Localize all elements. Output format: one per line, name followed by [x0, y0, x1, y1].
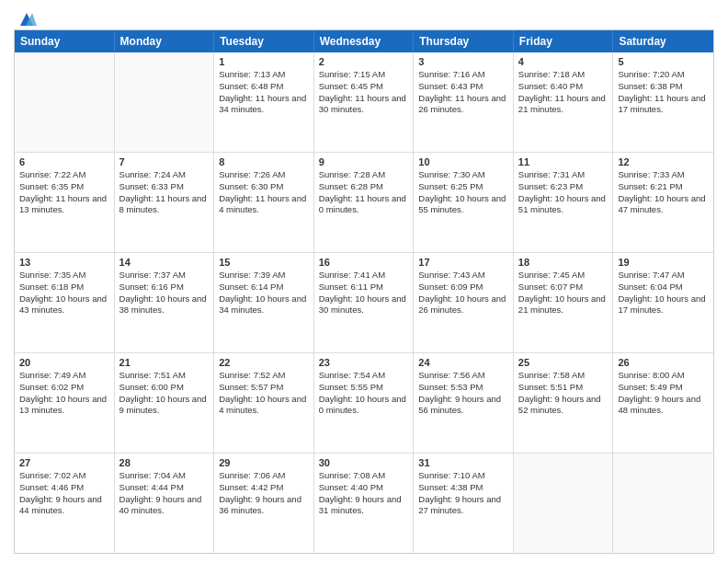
day-info: Sunrise: 7:08 AMSunset: 4:40 PMDaylight:… [319, 470, 409, 517]
day-info: Sunrise: 7:18 AMSunset: 6:40 PMDaylight:… [518, 69, 609, 116]
table-row: 11Sunrise: 7:31 AMSunset: 6:23 PMDayligh… [514, 153, 614, 252]
table-row: 23Sunrise: 7:54 AMSunset: 5:55 PMDayligh… [314, 353, 415, 453]
day-info: Sunrise: 7:22 AMSunset: 6:35 PMDaylight:… [19, 169, 109, 216]
day-number: 22 [219, 357, 309, 368]
day-number: 28 [119, 457, 210, 468]
header-sunday: Sunday [15, 30, 115, 52]
day-number: 3 [418, 56, 508, 67]
day-info: Sunrise: 7:56 AMSunset: 5:53 PMDaylight:… [418, 370, 508, 417]
table-row: 31Sunrise: 7:10 AMSunset: 4:38 PMDayligh… [414, 454, 514, 553]
table-row: 15Sunrise: 7:39 AMSunset: 6:14 PMDayligh… [214, 253, 314, 352]
day-info: Sunrise: 7:02 AMSunset: 4:46 PMDaylight:… [19, 470, 109, 517]
table-row: 6Sunrise: 7:22 AMSunset: 6:35 PMDaylight… [15, 153, 115, 252]
day-info: Sunrise: 8:00 AMSunset: 5:49 PMDaylight:… [618, 370, 709, 417]
day-number: 25 [518, 357, 609, 368]
table-row: 9Sunrise: 7:28 AMSunset: 6:28 PMDaylight… [314, 153, 415, 252]
day-info: Sunrise: 7:30 AMSunset: 6:25 PMDaylight:… [418, 169, 508, 216]
table-row: 2Sunrise: 7:15 AMSunset: 6:45 PMDaylight… [314, 52, 415, 152]
table-row: 25Sunrise: 7:58 AMSunset: 5:51 PMDayligh… [514, 353, 614, 453]
week-row-3: 20Sunrise: 7:49 AMSunset: 6:02 PMDayligh… [15, 353, 713, 454]
table-row: 4Sunrise: 7:18 AMSunset: 6:40 PMDaylight… [514, 52, 614, 152]
day-info: Sunrise: 7:24 AMSunset: 6:33 PMDaylight:… [119, 169, 210, 216]
day-info: Sunrise: 7:49 AMSunset: 6:02 PMDaylight:… [19, 370, 109, 417]
day-number: 30 [319, 457, 409, 468]
day-number: 1 [219, 56, 309, 67]
day-info: Sunrise: 7:13 AMSunset: 6:48 PMDaylight:… [219, 69, 309, 116]
day-info: Sunrise: 7:41 AMSunset: 6:11 PMDaylight:… [319, 270, 409, 316]
week-row-2: 13Sunrise: 7:35 AMSunset: 6:18 PMDayligh… [15, 253, 713, 353]
table-row: 22Sunrise: 7:52 AMSunset: 5:57 PMDayligh… [214, 353, 314, 453]
day-number: 20 [19, 357, 109, 368]
table-row [514, 454, 614, 553]
day-number: 7 [119, 156, 210, 167]
day-info: Sunrise: 7:16 AMSunset: 6:43 PMDaylight:… [418, 69, 508, 116]
table-row: 28Sunrise: 7:04 AMSunset: 4:44 PMDayligh… [115, 454, 215, 553]
day-number: 26 [618, 357, 709, 368]
table-row: 29Sunrise: 7:06 AMSunset: 4:42 PMDayligh… [214, 454, 314, 553]
table-row [15, 52, 115, 152]
day-number: 24 [418, 357, 508, 368]
day-number: 31 [418, 457, 508, 468]
day-number: 12 [618, 156, 709, 167]
day-number: 8 [219, 156, 309, 167]
table-row: 3Sunrise: 7:16 AMSunset: 6:43 PMDaylight… [414, 52, 514, 152]
week-row-4: 27Sunrise: 7:02 AMSunset: 4:46 PMDayligh… [15, 454, 713, 553]
table-row: 14Sunrise: 7:37 AMSunset: 6:16 PMDayligh… [115, 253, 215, 352]
day-info: Sunrise: 7:54 AMSunset: 5:55 PMDaylight:… [319, 370, 409, 417]
day-info: Sunrise: 7:04 AMSunset: 4:44 PMDaylight:… [119, 470, 210, 517]
table-row: 30Sunrise: 7:08 AMSunset: 4:40 PMDayligh… [314, 454, 415, 553]
day-info: Sunrise: 7:33 AMSunset: 6:21 PMDaylight:… [618, 169, 709, 216]
day-info: Sunrise: 7:06 AMSunset: 4:42 PMDaylight:… [219, 470, 309, 517]
day-number: 5 [618, 56, 709, 67]
day-number: 21 [119, 357, 210, 368]
day-number: 6 [19, 156, 109, 167]
day-info: Sunrise: 7:43 AMSunset: 6:09 PMDaylight:… [418, 270, 508, 316]
table-row: 17Sunrise: 7:43 AMSunset: 6:09 PMDayligh… [414, 253, 514, 352]
table-row: 5Sunrise: 7:20 AMSunset: 6:38 PMDaylight… [613, 52, 713, 152]
day-number: 18 [518, 257, 609, 268]
day-number: 4 [518, 56, 609, 67]
day-info: Sunrise: 7:28 AMSunset: 6:28 PMDaylight:… [319, 169, 409, 216]
day-number: 14 [119, 257, 210, 268]
day-number: 9 [319, 156, 409, 167]
day-number: 23 [319, 357, 409, 368]
table-row: 7Sunrise: 7:24 AMSunset: 6:33 PMDaylight… [115, 153, 215, 252]
day-info: Sunrise: 7:26 AMSunset: 6:30 PMDaylight:… [219, 169, 309, 216]
day-info: Sunrise: 7:45 AMSunset: 6:07 PMDaylight:… [518, 270, 609, 316]
logo-icon [17, 9, 37, 28]
day-info: Sunrise: 7:51 AMSunset: 6:00 PMDaylight:… [119, 370, 210, 417]
table-row: 26Sunrise: 8:00 AMSunset: 5:49 PMDayligh… [613, 353, 713, 453]
day-info: Sunrise: 7:37 AMSunset: 6:16 PMDaylight:… [119, 270, 210, 316]
table-row: 27Sunrise: 7:02 AMSunset: 4:46 PMDayligh… [15, 454, 115, 553]
table-row: 16Sunrise: 7:41 AMSunset: 6:11 PMDayligh… [314, 253, 415, 352]
table-row: 19Sunrise: 7:47 AMSunset: 6:04 PMDayligh… [613, 253, 713, 352]
day-number: 29 [219, 457, 309, 468]
table-row: 21Sunrise: 7:51 AMSunset: 6:00 PMDayligh… [115, 353, 215, 453]
day-info: Sunrise: 7:15 AMSunset: 6:45 PMDaylight:… [319, 69, 409, 116]
header [14, 9, 714, 24]
header-tuesday: Tuesday [214, 30, 314, 52]
table-row [613, 454, 713, 553]
week-row-1: 6Sunrise: 7:22 AMSunset: 6:35 PMDaylight… [15, 153, 713, 253]
table-row [115, 52, 215, 152]
header-saturday: Saturday [613, 30, 713, 52]
day-info: Sunrise: 7:58 AMSunset: 5:51 PMDaylight:… [518, 370, 609, 417]
day-info: Sunrise: 7:39 AMSunset: 6:14 PMDaylight:… [219, 270, 309, 316]
header-monday: Monday [115, 30, 215, 52]
day-number: 16 [319, 257, 409, 268]
day-number: 2 [319, 56, 409, 67]
table-row: 20Sunrise: 7:49 AMSunset: 6:02 PMDayligh… [15, 353, 115, 453]
day-number: 27 [19, 457, 109, 468]
day-number: 11 [518, 156, 609, 167]
day-number: 13 [19, 257, 109, 268]
header-wednesday: Wednesday [314, 30, 415, 52]
logo [14, 9, 38, 24]
day-info: Sunrise: 7:31 AMSunset: 6:23 PMDaylight:… [518, 169, 609, 216]
calendar: Sunday Monday Tuesday Wednesday Thursday… [14, 29, 714, 554]
table-row: 12Sunrise: 7:33 AMSunset: 6:21 PMDayligh… [613, 153, 713, 252]
day-number: 15 [219, 257, 309, 268]
table-row: 24Sunrise: 7:56 AMSunset: 5:53 PMDayligh… [414, 353, 514, 453]
day-info: Sunrise: 7:52 AMSunset: 5:57 PMDaylight:… [219, 370, 309, 417]
header-thursday: Thursday [414, 30, 514, 52]
day-number: 10 [418, 156, 508, 167]
